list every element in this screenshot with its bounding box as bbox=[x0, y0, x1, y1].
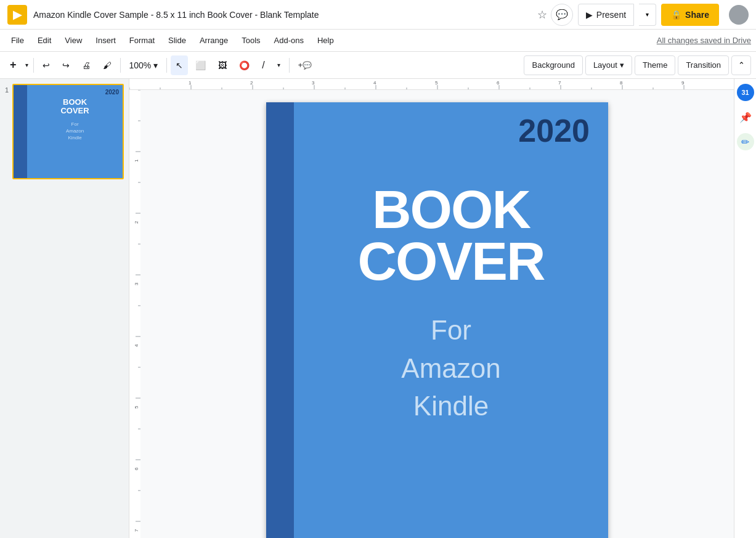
svg-text:1: 1 bbox=[189, 80, 192, 86]
star-icon[interactable]: ☆ bbox=[537, 8, 547, 22]
menu-insert[interactable]: Insert bbox=[89, 33, 122, 47]
collapse-button[interactable]: ⌃ bbox=[731, 55, 751, 75]
menu-view[interactable]: View bbox=[59, 33, 88, 47]
shape-tool[interactable]: ⭕ bbox=[234, 55, 254, 75]
slide-title-line2: COVER bbox=[358, 230, 545, 291]
menu-tools[interactable]: Tools bbox=[235, 33, 266, 47]
lock-icon: 🔒 bbox=[671, 10, 681, 20]
divider-2 bbox=[120, 58, 121, 73]
thumb-subtitle-text: ForAmazonKindle bbox=[66, 121, 84, 141]
paint-button[interactable]: 🖌 bbox=[98, 55, 116, 75]
svg-text:6: 6 bbox=[497, 80, 500, 86]
header-buttons: 💬 ▶ Present ▾ 🔒 Share bbox=[551, 4, 749, 26]
slide-canvas[interactable]: 2020 BOOK COVER For Amazon Kindle bbox=[266, 102, 608, 538]
background-label: Background bbox=[532, 60, 574, 70]
cursor-tool[interactable]: ↖ bbox=[171, 55, 188, 75]
svg-text:4: 4 bbox=[134, 344, 139, 347]
editor-area: 1 2 3 4 5 6 bbox=[129, 79, 734, 538]
comments-button[interactable]: 💬 bbox=[551, 4, 573, 26]
transition-label: Transition bbox=[686, 60, 721, 70]
menu-edit[interactable]: Edit bbox=[31, 33, 57, 47]
theme-label: Theme bbox=[643, 60, 667, 70]
svg-text:2: 2 bbox=[134, 221, 139, 224]
zoom-value: 100% bbox=[129, 60, 152, 70]
add-button[interactable]: + bbox=[5, 55, 22, 75]
slide-subtitle-line1: For bbox=[431, 315, 471, 345]
add-dropdown[interactable]: ▾ bbox=[24, 55, 30, 75]
ruler-vertical: 1 2 3 4 5 bbox=[129, 90, 140, 538]
svg-text:8: 8 bbox=[620, 80, 623, 86]
slide-subtitle[interactable]: For Amazon Kindle bbox=[312, 311, 590, 425]
avatar[interactable] bbox=[729, 5, 749, 25]
layout-arrow-icon: ▾ bbox=[620, 60, 624, 70]
select-tool[interactable]: ⬜ bbox=[190, 55, 211, 75]
calendar-icon[interactable]: 31 bbox=[737, 84, 754, 101]
menu-addons[interactable]: Add-ons bbox=[268, 33, 310, 47]
menu-format[interactable]: Format bbox=[123, 33, 161, 47]
slide-subtitle-line2: Amazon bbox=[401, 353, 500, 383]
svg-text:5: 5 bbox=[435, 80, 438, 86]
redo-button[interactable]: ↪ bbox=[57, 55, 75, 75]
thumb-title: BOOKCOVER bbox=[31, 98, 119, 116]
slide-thumbnail[interactable]: 2020 BOOKCOVER ForAmazonKindle bbox=[12, 84, 124, 179]
menu-slide[interactable]: Slide bbox=[162, 33, 192, 47]
present-icon: ▶ bbox=[586, 10, 593, 20]
slide-number: 1 bbox=[5, 84, 9, 94]
divider-3 bbox=[166, 58, 167, 73]
more-tools[interactable]: ▾ bbox=[272, 55, 285, 75]
slide-book-title[interactable]: BOOK COVER bbox=[312, 184, 590, 287]
svg-text:5: 5 bbox=[134, 406, 139, 409]
zoom-control[interactable]: 100% ▾ bbox=[124, 55, 163, 75]
svg-text:2: 2 bbox=[250, 80, 253, 86]
share-button[interactable]: 🔒 Share bbox=[661, 4, 719, 26]
slide-panel: 1 2020 BOOKCOVER ForAmazonKindle bbox=[0, 79, 129, 538]
slide-thumb-container: 1 2020 BOOKCOVER ForAmazonKindle bbox=[5, 84, 124, 179]
svg-text:4: 4 bbox=[373, 80, 376, 86]
slide-subtitle-line3: Kindle bbox=[413, 391, 489, 421]
svg-rect-0 bbox=[129, 79, 734, 90]
image-tool[interactable]: 🖼 bbox=[213, 55, 232, 75]
ruler-horizontal: 1 2 3 4 5 6 bbox=[129, 79, 734, 90]
slide-year[interactable]: 2020 bbox=[312, 115, 590, 147]
main-area: 1 2020 BOOKCOVER ForAmazonKindle bbox=[0, 79, 756, 538]
thumb-title-text: BOOKCOVER bbox=[60, 97, 89, 115]
svg-text:3: 3 bbox=[134, 282, 139, 285]
share-label: Share bbox=[685, 10, 709, 20]
thumb-subtitle: ForAmazonKindle bbox=[31, 121, 119, 142]
svg-text:7: 7 bbox=[558, 80, 561, 86]
svg-text:9: 9 bbox=[681, 80, 685, 86]
menu-help[interactable]: Help bbox=[311, 33, 340, 47]
thumb-content: 2020 BOOKCOVER ForAmazonKindle bbox=[27, 85, 123, 178]
layout-label: Layout bbox=[593, 60, 617, 70]
present-dropdown[interactable]: ▾ bbox=[639, 4, 656, 26]
document-title: Amazon Kindle Cover Sample - 8.5 x 11 in… bbox=[33, 10, 537, 20]
toolbar: + ▾ ↩ ↪ 🖨 🖌 100% ▾ ↖ ⬜ 🖼 ⭕ / ▾ +💬 Backgr… bbox=[0, 52, 756, 79]
comment-tool[interactable]: +💬 bbox=[293, 55, 317, 75]
menu-arrange[interactable]: Arrange bbox=[193, 33, 234, 47]
menu-bar: File Edit View Insert Format Slide Arran… bbox=[0, 30, 756, 52]
edit-icon[interactable]: ✏ bbox=[737, 133, 754, 150]
background-button[interactable]: Background bbox=[524, 55, 582, 75]
changes-saved: All changes saved in Drive bbox=[657, 36, 751, 45]
present-label: Present bbox=[596, 10, 626, 20]
layout-button[interactable]: Layout ▾ bbox=[585, 55, 632, 75]
theme-button[interactable]: Theme bbox=[635, 55, 675, 75]
divider-4 bbox=[289, 58, 290, 73]
pin-icon[interactable]: 📌 bbox=[737, 108, 754, 126]
transition-button[interactable]: Transition bbox=[678, 55, 729, 75]
slide-main: 2020 BOOK COVER For Amazon Kindle bbox=[294, 102, 608, 538]
svg-text:3: 3 bbox=[312, 80, 315, 86]
print-button[interactable]: 🖨 bbox=[77, 55, 96, 75]
line-tool[interactable]: / bbox=[257, 55, 269, 75]
undo-button[interactable]: ↩ bbox=[38, 55, 55, 75]
zoom-dropdown-icon: ▾ bbox=[153, 60, 158, 70]
right-sidebar: 31 📌 ✏ bbox=[734, 79, 756, 538]
divider-1 bbox=[33, 58, 34, 73]
thumb-year: 2020 bbox=[31, 89, 119, 96]
menu-file[interactable]: File bbox=[5, 33, 30, 47]
svg-text:1: 1 bbox=[134, 159, 139, 162]
present-button[interactable]: ▶ Present bbox=[578, 4, 634, 26]
editor-content: 1 2 3 4 5 bbox=[129, 90, 734, 538]
canvas-area[interactable]: 2020 BOOK COVER For Amazon Kindle bbox=[140, 90, 734, 538]
thumb-spine bbox=[14, 85, 27, 178]
